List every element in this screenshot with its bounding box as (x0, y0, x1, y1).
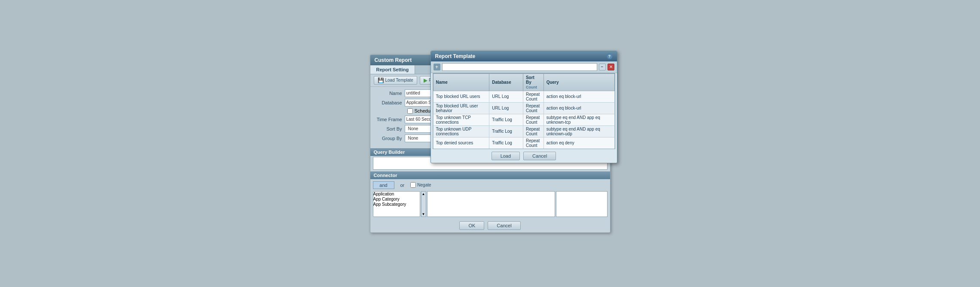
filter-values-area[interactable] (427, 191, 555, 217)
table-row[interactable]: Top denied sources Traffic Log RepeatCou… (433, 137, 614, 149)
load-icon: 💾 (378, 77, 384, 83)
table-row[interactable]: Top blocked URL users URL Log RepeatCoun… (433, 91, 614, 102)
minimize-button[interactable]: − (599, 64, 606, 70)
dialog-title-text: Report Template (435, 53, 476, 59)
cancel-button[interactable]: Cancel (488, 221, 520, 230)
col-header-sortby[interactable]: Sort By Count (523, 73, 543, 91)
scheduled-checkbox[interactable] (407, 108, 413, 114)
help-icon[interactable]: ? (607, 53, 613, 59)
dialog-title-bar: Report Template ? (431, 51, 617, 61)
table-scroll[interactable]: Name Database Sort By Count (433, 73, 615, 149)
filter-area: Application App Category App Subcategory… (373, 191, 608, 217)
name-label: Name (375, 91, 405, 96)
load-button[interactable]: Load (492, 152, 520, 160)
bottom-buttons: OK Cancel (370, 219, 610, 232)
connector-header: Connector (370, 171, 610, 179)
filter-scrollbar[interactable]: ▲ ▼ (421, 191, 426, 217)
sortby-label: Sort By (375, 126, 405, 131)
custom-report-title-text: Custom Report (375, 57, 412, 63)
cell-name: Top unknown UDP connections (433, 125, 489, 137)
dialog-cancel-button[interactable]: Cancel (523, 152, 556, 160)
report-table: Name Database Sort By Count (433, 73, 615, 149)
search-input[interactable] (442, 63, 597, 71)
cell-name: Top denied sources (433, 137, 489, 149)
filter-option-application: Application (373, 192, 420, 197)
cell-sortby: RepeatCount (523, 137, 543, 149)
dialog-bottom-buttons: Load Cancel (431, 149, 617, 163)
connector-and[interactable]: and (373, 181, 394, 189)
cell-sortby: RepeatCount (523, 102, 543, 114)
connector-or[interactable]: or (397, 182, 408, 189)
negate-label: Negate (417, 183, 431, 187)
cell-query: subtype eq end AND app eq unknown-tcp (543, 114, 614, 125)
negate-section: Negate (410, 182, 431, 188)
custom-report-panel: Custom Report Report Setting 💾 Load Temp… (370, 55, 611, 233)
report-template-dialog: Report Template ? + − ✕ (430, 51, 617, 163)
cell-database: Traffic Log (489, 137, 523, 149)
table-row[interactable]: Top blocked URL user behavior URL Log Re… (433, 102, 614, 114)
cell-query: action eq block-url (543, 91, 614, 102)
cell-query: action eq block-url (543, 102, 614, 114)
filter-option-appcategory: App Category (373, 197, 420, 202)
ok-button[interactable]: OK (459, 221, 484, 230)
col-header-database[interactable]: Database (489, 73, 523, 91)
cell-sortby: RepeatCount (523, 91, 543, 102)
cell-name: Top unknown TCP connections (433, 114, 489, 125)
cell-name: Top blocked URL user behavior (433, 102, 489, 114)
load-template-button[interactable]: 💾 Load Template (374, 76, 417, 85)
database-label: Database (375, 100, 405, 105)
dialog-search-row: + − ✕ (431, 61, 617, 73)
dialog-title-icons: ? (607, 53, 613, 59)
filter-extra-area[interactable] (556, 191, 608, 217)
report-table-container: Name Database Sort By Count (433, 73, 615, 149)
cell-query: action eq deny (543, 137, 614, 149)
negate-checkbox[interactable] (410, 182, 416, 188)
cell-sortby: RepeatCount (523, 125, 543, 137)
cell-sortby: RepeatCount (523, 114, 543, 125)
table-row[interactable]: Top unknown UDP connections Traffic Log … (433, 125, 614, 137)
timeframe-label: Time Frame (375, 117, 405, 122)
connector-row: and or Negate (370, 180, 610, 190)
cell-database: URL Log (489, 91, 523, 102)
col-header-name[interactable]: Name (433, 73, 489, 91)
close-button[interactable]: ✕ (608, 64, 614, 70)
cell-query: subtype eq end AND app eq unknown-udp (543, 125, 614, 137)
dialog-box: Report Template ? + − ✕ (430, 51, 617, 163)
cell-database: URL Log (489, 102, 523, 114)
cell-database: Traffic Log (489, 114, 523, 125)
tab-report-setting[interactable]: Report Setting (370, 65, 415, 74)
col-header-query[interactable]: Query (543, 73, 614, 91)
search-plus-button[interactable]: + (434, 64, 440, 70)
cell-database: Traffic Log (489, 125, 523, 137)
table-row[interactable]: Top unknown TCP connections Traffic Log … (433, 114, 614, 125)
filter-list[interactable]: Application App Category App Subcategory (373, 191, 420, 217)
cell-name: Top blocked URL users (433, 91, 489, 102)
run-icon: ▶ (424, 77, 427, 83)
groupby-label: Group By (375, 136, 405, 141)
filter-option-appsubcategory: App Subcategory (373, 202, 420, 207)
